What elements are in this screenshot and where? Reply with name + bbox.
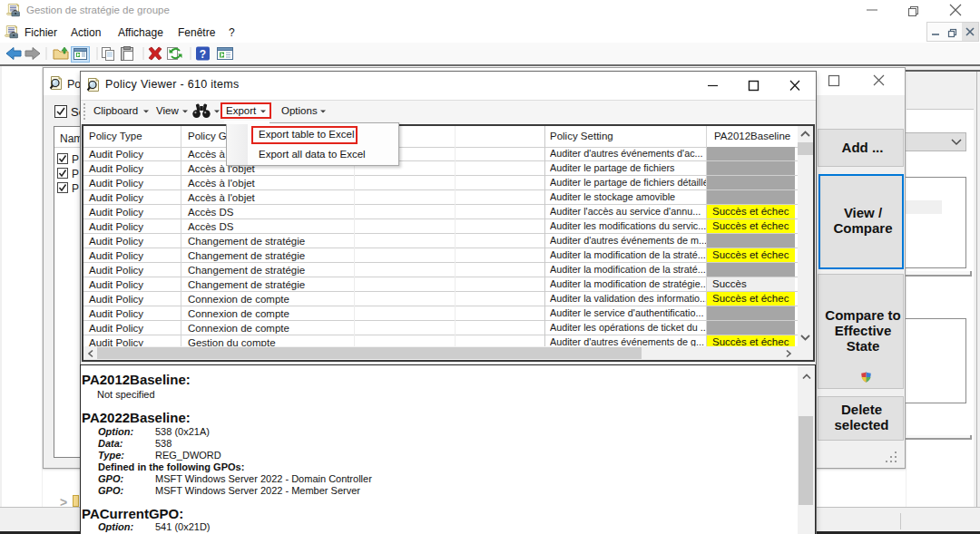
svg-text:?: ? (200, 48, 206, 61)
svg-text:P: P (72, 182, 79, 195)
svg-text:P: P (72, 168, 79, 180)
svg-text:P: P (72, 153, 79, 166)
